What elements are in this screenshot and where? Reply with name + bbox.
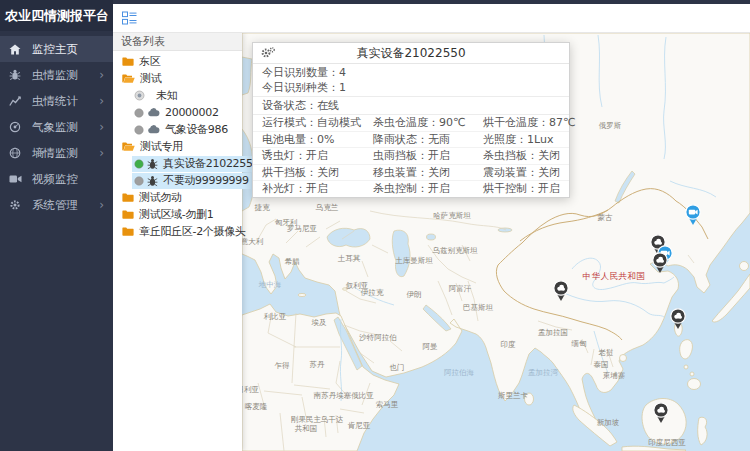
popup-grid-row: 诱虫灯：开启虫雨挡板：开启杀虫挡板：关闭 xyxy=(253,148,569,165)
sea-aral xyxy=(427,234,436,240)
tree-item[interactable]: 测试区域-勿删1 xyxy=(113,206,242,223)
popup-metric: 降雨状态：无雨 xyxy=(364,132,474,148)
device-list-panel: 设备列表 东区测试未知20000002气象设备986测试专用真实设备210225… xyxy=(113,33,242,451)
popup-metric: 杀虫控制：开启 xyxy=(364,181,474,197)
sidebar-item-insect-stats[interactable]: 虫情统计› xyxy=(0,88,113,114)
app-window: 农业四情测报平台 监控主页虫情监测›虫情统计›气象监测›墒情监测›视频监控系统管… xyxy=(0,0,750,451)
chart-icon xyxy=(9,95,23,107)
popup-metric: 运行模式：自动模式 xyxy=(253,115,364,131)
content-area: 设备列表 东区测试未知20000002气象设备986测试专用真实设备210225… xyxy=(113,33,750,451)
popup-status-section: 设备状态：在线 xyxy=(253,97,569,115)
chevron-right-icon: › xyxy=(99,69,104,81)
tree-item[interactable]: 气象设备986 xyxy=(113,121,242,138)
main-area: 设备列表 东区测试未知20000002气象设备986测试专用真实设备210225… xyxy=(113,0,750,451)
folder-closed-icon xyxy=(122,192,134,203)
island-mindanao xyxy=(688,379,701,390)
popup-today-section: 今日识别数量：4今日识别种类：1 xyxy=(253,64,569,97)
sidebar-item-home[interactable]: 监控主页 xyxy=(0,36,113,62)
bug-icon xyxy=(9,69,23,81)
sidebar-menu: 监控主页虫情监测›虫情统计›气象监测›墒情监测›视频监控系统管理› xyxy=(0,36,113,218)
map-marker-device[interactable] xyxy=(652,402,670,424)
folder-closed-icon xyxy=(122,226,134,237)
map-marker-device[interactable] xyxy=(669,308,687,330)
device-tree: 东区测试未知20000002气象设备986测试专用真实设备21022550不要动… xyxy=(113,51,242,240)
popup-metric: 烘干挡板：关闭 xyxy=(253,165,364,181)
sidebar: 农业四情测报平台 监控主页虫情监测›虫情统计›气象监测›墒情监测›视频监控系统管… xyxy=(0,0,113,451)
popup-metric: 震动装置：关闭 xyxy=(474,165,569,181)
toolbar xyxy=(113,4,750,33)
island-hokkaido xyxy=(740,262,749,271)
home-icon xyxy=(9,43,23,55)
tree-item[interactable]: 测试勿动 xyxy=(113,189,242,206)
popup-metric: 杀虫仓温度：90℃ xyxy=(364,115,474,131)
folder-open-icon xyxy=(122,73,135,84)
popup-grid: 运行模式：自动模式杀虫仓温度：90℃烘干仓温度：87℃电池电量：0%降雨状态：无… xyxy=(253,115,569,197)
weather-icon xyxy=(9,121,23,133)
folder-closed-icon xyxy=(122,209,134,220)
tree-item[interactable]: 不要动99999999 xyxy=(113,172,242,189)
chevron-right-icon: › xyxy=(99,121,104,133)
chevron-right-icon: › xyxy=(99,95,104,107)
island-cyprus xyxy=(343,288,348,290)
island-crete xyxy=(298,294,306,297)
app-title: 农业四情测报平台 xyxy=(0,0,113,31)
popup-grid-row: 烘干挡板：关闭移虫装置：关闭震动装置：关闭 xyxy=(253,165,569,182)
lake-balkhash xyxy=(498,228,512,232)
video-icon xyxy=(9,173,23,185)
popup-metric: 虫雨挡板：开启 xyxy=(364,148,474,164)
gear-icon xyxy=(9,199,23,211)
popup-device-status: 设备状态：在线 xyxy=(253,98,569,113)
status-dot-gray xyxy=(134,108,144,118)
popup-title: 真实设备21022550 xyxy=(253,45,569,62)
insect-device-icon xyxy=(147,175,158,187)
popup-stat: 今日识别数量：4 xyxy=(253,65,569,80)
map-marker-camera[interactable] xyxy=(684,204,702,226)
sidebar-item-weather[interactable]: 气象监测› xyxy=(0,114,113,140)
tree-item[interactable]: 测试专用 xyxy=(113,138,242,155)
status-dot-gray xyxy=(134,125,144,135)
device-list-title: 设备列表 xyxy=(113,33,242,51)
tree-item[interactable]: 真实设备21022550 xyxy=(113,155,242,172)
popup-metric: 诱虫灯：开启 xyxy=(253,148,364,164)
popup-grid-row: 电池电量：0%降雨状态：无雨光照度：1Lux xyxy=(253,132,569,149)
popup-header: 真实设备21022550 xyxy=(253,43,569,64)
popup-metric: 移虫装置：关闭 xyxy=(364,165,474,181)
popup-metric: 光照度：1Lux xyxy=(474,132,569,148)
tree-item[interactable]: 未知 xyxy=(113,87,242,104)
tree-item[interactable]: 测试 xyxy=(113,70,242,87)
insect-device-icon xyxy=(147,158,158,170)
island-hainan xyxy=(620,355,627,362)
globe-icon xyxy=(9,147,23,159)
popup-metric: 补光灯：开启 xyxy=(253,181,364,197)
folder-open-icon xyxy=(122,141,135,152)
popup-metric: 电池电量：0% xyxy=(253,132,364,148)
popup-grid-row: 运行模式：自动模式杀虫仓温度：90℃烘干仓温度：87℃ xyxy=(253,115,569,132)
sidebar-item-video[interactable]: 视频监控 xyxy=(0,166,113,192)
sidebar-item-insect[interactable]: 虫情监测› xyxy=(0,62,113,88)
tree-item[interactable]: 20000002 xyxy=(113,104,242,121)
org-list-icon[interactable] xyxy=(122,11,137,25)
chevron-right-icon: › xyxy=(99,147,104,159)
unknown-device-icon xyxy=(134,90,145,101)
device-info-popup: 真实设备21022550 今日识别数量：4今日识别种类：1 设备状态：在线 运行… xyxy=(252,42,570,198)
sidebar-item-moisture[interactable]: 墒情监测› xyxy=(0,140,113,166)
status-dot-green xyxy=(134,159,144,169)
island-srilanka xyxy=(525,393,534,405)
status-dot-gray xyxy=(134,176,144,186)
gears-icon[interactable] xyxy=(260,46,276,60)
map-canvas[interactable]: 俄罗斯蒙古中华人民共和国哈萨克斯坦乌克兰捷克匈牙利罗马尼亚意大利希腊土耳其地中海… xyxy=(242,33,750,451)
popup-metric: 烘干仓温度：87℃ xyxy=(474,115,575,131)
tree-item[interactable]: 东区 xyxy=(113,53,242,70)
weather-device-icon xyxy=(147,108,160,117)
map-marker-device[interactable] xyxy=(552,280,570,302)
sea-black xyxy=(327,228,370,247)
island-sulawesi xyxy=(698,417,707,445)
popup-stat: 今日识别种类：1 xyxy=(253,80,569,95)
tree-item[interactable]: 章丘阳丘区-2个摄像头 xyxy=(113,223,242,240)
sidebar-item-system[interactable]: 系统管理› xyxy=(0,192,113,218)
weather-device-icon xyxy=(147,125,160,134)
popup-metric: 烘干控制：开启 xyxy=(474,181,569,197)
popup-grid-row: 补光灯：开启杀虫控制：开启烘干控制：开启 xyxy=(253,181,569,197)
popup-metric: 杀虫挡板：关闭 xyxy=(474,148,569,164)
map-marker-device[interactable] xyxy=(651,252,669,274)
